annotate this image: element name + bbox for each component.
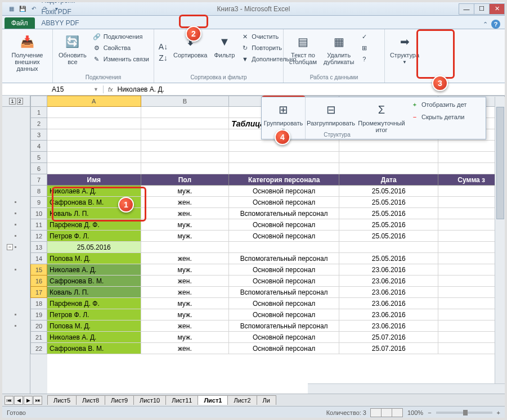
row-header[interactable]: 2 xyxy=(30,118,47,129)
cell-cat[interactable]: Вспомогательный персонал xyxy=(229,208,339,219)
row-header[interactable]: 19 xyxy=(30,309,47,320)
dropdown-arrow-icon[interactable]: ▼ xyxy=(93,87,98,92)
row-header[interactable]: 3 xyxy=(30,129,47,141)
col-header-a[interactable]: A xyxy=(47,96,141,107)
zoom-level[interactable]: 100% xyxy=(407,409,423,416)
cell-cat[interactable]: Основной персонал xyxy=(229,343,339,354)
cell-cat[interactable]: Основной персонал xyxy=(229,219,339,231)
sheet-tab[interactable]: Лист8 xyxy=(76,395,105,405)
ribbon-tab[interactable]: Надстройк xyxy=(37,0,84,6)
get-external-data-button[interactable]: 📥 Получение внешних данных xyxy=(6,31,49,73)
hide-detail-button[interactable]: −Скрыть детали xyxy=(409,112,468,122)
cell-sex[interactable]: муж. xyxy=(141,264,230,276)
zoom-slider[interactable] xyxy=(436,412,492,414)
table-row[interactable]: Николаев А. Д.муж.Основной персонал25.07… xyxy=(47,332,505,343)
sheet-next-button[interactable]: ▶ xyxy=(24,396,33,405)
show-detail-button[interactable]: +Отобразить дет xyxy=(409,100,468,110)
cell-sex[interactable]: жен. xyxy=(141,197,230,208)
properties-button[interactable]: ⚙Свойства xyxy=(91,43,150,53)
table-row[interactable]: Коваль Л. П.жен.Вспомогательный персонал… xyxy=(47,208,505,219)
row-header[interactable]: 13 xyxy=(30,242,47,253)
cell-sex[interactable]: жен. xyxy=(141,253,230,264)
name-box[interactable]: A15 ▼ xyxy=(47,85,104,93)
cell-date[interactable]: 25.05.2016 xyxy=(339,208,438,219)
cell-sex[interactable]: жен. xyxy=(141,208,230,219)
vertical-scrollbar[interactable] xyxy=(495,97,505,394)
cell-sex[interactable]: муж. xyxy=(141,219,230,231)
table-row[interactable]: Сафронова В. М.жен.Основной персонал25.0… xyxy=(47,197,505,208)
cell-name[interactable]: Парфенов Д. Ф. xyxy=(47,298,141,309)
row-header[interactable]: 5 xyxy=(30,152,47,163)
ribbon-tab[interactable]: Foxit PDF xyxy=(37,6,84,17)
cell-cat[interactable]: Основной персонал xyxy=(229,309,339,320)
table-row[interactable]: Коваль Л. П.жен.Вспомогательный персонал… xyxy=(47,287,505,298)
view-break-button[interactable] xyxy=(392,408,403,417)
row-header[interactable]: 1 xyxy=(30,107,47,118)
cell-cat[interactable]: Основной персонал xyxy=(229,197,339,208)
zoom-thumb[interactable] xyxy=(463,410,468,416)
minimize-ribbon-icon[interactable]: ⌃ xyxy=(483,21,488,28)
cell-name[interactable]: Николаев А. Д. xyxy=(47,332,141,343)
horizontal-scrollbar[interactable] xyxy=(308,383,505,394)
structure-button[interactable]: ➡ Структура ▼ xyxy=(388,31,421,66)
header-date[interactable]: Дата xyxy=(339,174,438,186)
group-button[interactable]: ⊞ Группировать ▼ xyxy=(265,100,302,134)
table-row[interactable]: Николаев А. Д.муж.Основной персонал23.06… xyxy=(47,264,505,276)
cell-date[interactable]: 25.05.2016 xyxy=(339,197,438,208)
cell-sex[interactable]: жен. xyxy=(141,343,230,354)
cell-name[interactable]: Петров Ф. Л. xyxy=(47,309,141,320)
sheet-last-button[interactable]: ⏭ xyxy=(33,396,42,405)
close-button[interactable]: ✕ xyxy=(489,3,505,15)
cell-cat[interactable]: Основной персонал xyxy=(229,264,339,276)
cell-cat[interactable]: Основной персонал xyxy=(229,298,339,309)
outline-level-2[interactable]: 2 xyxy=(17,98,23,105)
cell-name[interactable]: Николаев А. Д. xyxy=(47,264,141,276)
cell-name[interactable]: Николаев А. Д. xyxy=(47,186,141,197)
sheet-tab[interactable]: Лист5 xyxy=(47,395,77,405)
cell-date[interactable]: 23.06.2016 xyxy=(339,320,438,332)
header-sex[interactable]: Пол xyxy=(141,174,230,186)
cell-sex[interactable]: муж. xyxy=(141,298,230,309)
zoom-out-button[interactable]: − xyxy=(428,409,431,416)
table-row[interactable]: Сафронова В. М.жен.Основной персонал23.0… xyxy=(47,276,505,287)
outline-column[interactable]: 1 2 − xyxy=(2,96,30,394)
cell-sex[interactable]: жен. xyxy=(141,287,230,298)
table-row[interactable]: Петров Ф. Л.муж.Основной персонал25.05.2… xyxy=(47,231,505,242)
row-header[interactable]: 6 xyxy=(30,163,47,174)
view-layout-button[interactable] xyxy=(381,408,392,417)
sort-desc-button[interactable]: Z↓ xyxy=(158,53,169,63)
cell-date[interactable]: 23.06.2016 xyxy=(339,309,438,320)
sheet-tab[interactable]: Лист2 xyxy=(227,395,257,405)
cell-name[interactable]: Петров Ф. Л. xyxy=(47,231,141,242)
cell-date[interactable]: 23.06.2016 xyxy=(339,298,438,309)
table-row[interactable]: Попова М. Д.жен.Вспомогательный персонал… xyxy=(47,253,505,264)
filter-button[interactable]: ▼ Фильтр xyxy=(212,31,237,73)
cell-date[interactable]: 25.05.2016 xyxy=(339,219,438,231)
cell[interactable] xyxy=(141,242,230,253)
fx-icon[interactable]: fx xyxy=(108,86,113,93)
row-7-headers[interactable]: Имя Пол Категория персонала Дата Сумма з xyxy=(47,174,505,186)
remove-duplicates-button[interactable]: ▦ Удалить дубликаты xyxy=(321,31,356,73)
row-header[interactable]: 7 xyxy=(30,174,47,186)
cell-date[interactable]: 25.07.2016 xyxy=(339,343,438,354)
table-row[interactable]: Петров Ф. Л.муж.Основной персонал23.06.2… xyxy=(47,309,505,320)
sheet-tab[interactable]: Лист11 xyxy=(165,395,198,405)
table-row[interactable]: Парфенов Д. Ф.муж.Основной персонал23.06… xyxy=(47,298,505,309)
select-all-button[interactable] xyxy=(30,96,47,107)
cell-cat[interactable]: Вспомогательный персонал xyxy=(229,320,339,332)
minimize-button[interactable]: — xyxy=(459,3,474,15)
cell-cat[interactable]: Основной персонал xyxy=(229,276,339,287)
cell[interactable]: 25.05.2016 xyxy=(47,242,141,253)
cell-sex[interactable]: жен. xyxy=(141,276,230,287)
cell-date[interactable]: 23.06.2016 xyxy=(339,276,438,287)
sort-asc-button[interactable]: A↓ xyxy=(158,42,169,52)
cell-date[interactable]: 25.05.2016 xyxy=(339,186,438,197)
outline-collapse-icon[interactable]: − xyxy=(7,244,13,250)
cell[interactable] xyxy=(339,242,438,253)
row-header[interactable]: 20 xyxy=(30,320,47,332)
view-normal-button[interactable] xyxy=(370,408,382,417)
table-row[interactable]: Парфенов Д. Ф.муж.Основной персонал25.05… xyxy=(47,219,505,231)
subtotal-button[interactable]: Σ Промежуточный итог xyxy=(360,100,403,134)
row-header[interactable]: 15 xyxy=(30,264,47,276)
row-header[interactable]: 21 xyxy=(30,332,47,343)
